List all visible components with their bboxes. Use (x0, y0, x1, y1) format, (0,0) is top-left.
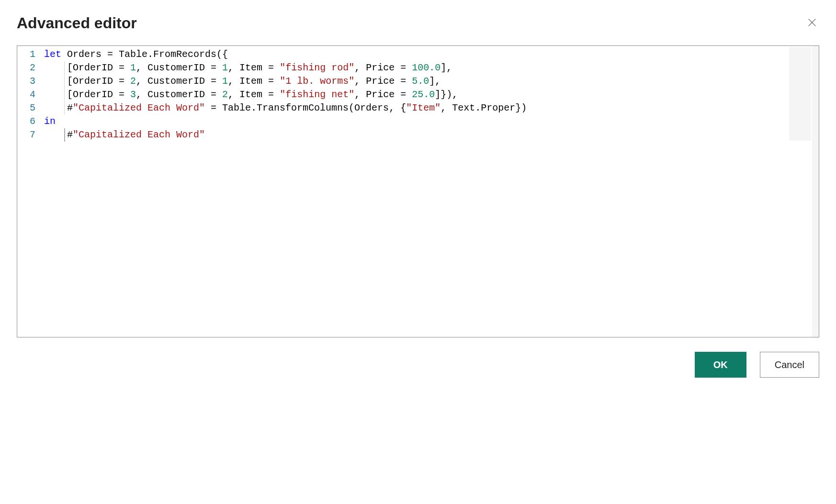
line-number: 4 (17, 88, 35, 101)
dialog-title: Advanced editor (17, 14, 137, 32)
scrollbar-thumb[interactable] (813, 46, 818, 337)
code-area[interactable]: let Orders = Table.FromRecords({ [OrderI… (44, 48, 819, 337)
minimap[interactable] (789, 47, 811, 141)
ok-button[interactable]: OK (695, 352, 746, 378)
code-token: [OrderID = (44, 76, 130, 87)
code-token: 1 (222, 76, 228, 87)
close-button[interactable] (805, 15, 819, 32)
code-token: , Item = (228, 62, 280, 73)
code-token: Orders = Table.FromRecords({ (61, 49, 228, 60)
code-token: , Text.Proper}) (441, 102, 527, 113)
code-token: 2 (130, 76, 136, 87)
code-line[interactable]: [OrderID = 1, CustomerID = 1, Item = "fi… (44, 61, 819, 75)
close-icon (807, 17, 817, 30)
line-number-gutter: 1234567 (17, 48, 44, 337)
code-token: , Price = (354, 76, 412, 87)
code-token: "Capitalized Each Word" (73, 102, 205, 113)
cancel-button[interactable]: Cancel (760, 352, 819, 378)
code-token: 25.0 (412, 89, 435, 100)
code-token: 2 (222, 89, 228, 100)
code-token: , CustomerID = (136, 89, 222, 100)
dialog-footer: OK Cancel (17, 352, 819, 378)
code-line[interactable]: #"Capitalized Each Word" (44, 128, 819, 142)
code-token: "1 lb. worms" (280, 76, 354, 87)
line-number: 5 (17, 101, 35, 115)
code-line[interactable]: #"Capitalized Each Word" = Table.Transfo… (44, 101, 819, 115)
code-token: 5.0 (412, 76, 429, 87)
code-token: [OrderID = (44, 89, 130, 100)
code-line[interactable]: in (44, 115, 819, 128)
line-number: 1 (17, 48, 35, 61)
code-token: , CustomerID = (136, 62, 222, 73)
code-token: ]}), (435, 89, 458, 100)
code-token: , CustomerID = (136, 76, 222, 87)
code-token: in (44, 116, 56, 127)
code-token: ], (429, 76, 441, 87)
code-token: # (44, 102, 73, 113)
code-token: let (44, 49, 61, 60)
code-token: 100.0 (412, 62, 441, 73)
line-number: 3 (17, 75, 35, 88)
line-number: 6 (17, 115, 35, 128)
code-token: 1 (222, 62, 228, 73)
code-token: "Capitalized Each Word" (73, 129, 205, 140)
code-line[interactable]: [OrderID = 3, CustomerID = 2, Item = "fi… (44, 88, 819, 101)
code-token: # (44, 129, 73, 140)
code-token: "fishing rod" (280, 62, 354, 73)
scrollbar-track[interactable] (812, 46, 819, 337)
code-token: ], (441, 62, 452, 73)
line-number: 2 (17, 61, 35, 75)
code-line[interactable]: [OrderID = 2, CustomerID = 1, Item = "1 … (44, 75, 819, 88)
code-token: = Table.TransformColumns(Orders, { (205, 102, 406, 113)
code-editor[interactable]: 1234567 let Orders = Table.FromRecords({… (17, 45, 819, 337)
code-token: 1 (130, 62, 136, 73)
dialog-header: Advanced editor (17, 14, 819, 32)
code-line[interactable]: let Orders = Table.FromRecords({ (44, 48, 819, 61)
code-token: , Item = (228, 89, 280, 100)
code-token: 3 (130, 89, 136, 100)
code-token: , Price = (354, 89, 412, 100)
code-token: [OrderID = (44, 62, 130, 73)
line-number: 7 (17, 128, 35, 142)
code-token: "Item" (406, 102, 441, 113)
code-token: , Price = (354, 62, 412, 73)
text-cursor (64, 128, 65, 142)
code-token: "fishing net" (280, 89, 354, 100)
code-token: , Item = (228, 76, 280, 87)
